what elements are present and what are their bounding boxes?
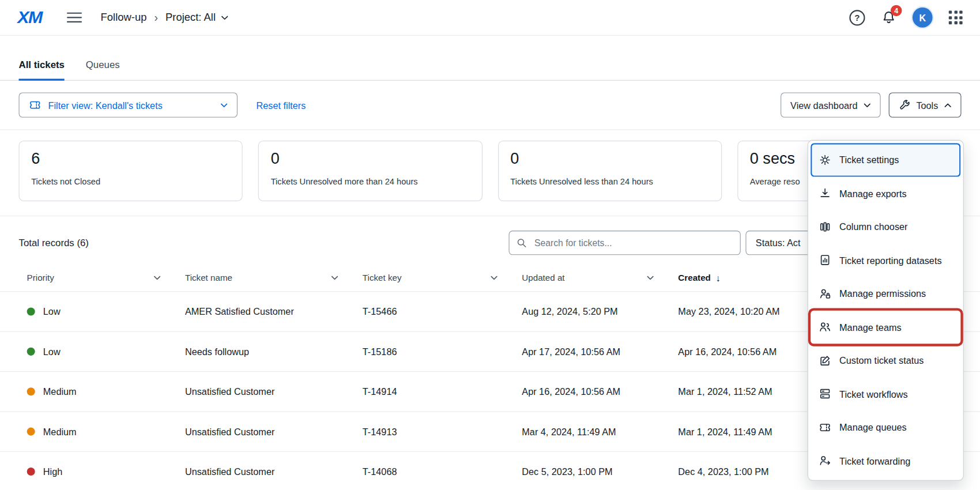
chevron-down-icon[interactable]: [491, 276, 497, 280]
column-label: Ticket key: [363, 273, 402, 282]
updated-at-cell: Apr 16, 2024, 10:56 AM: [514, 386, 670, 397]
menu-item-ticket-settings[interactable]: Ticket settings: [811, 143, 960, 176]
chevron-down-icon[interactable]: [154, 276, 161, 280]
created-cell: Apr 16, 2024, 10:56 AM: [670, 346, 820, 357]
wrench-icon: [899, 99, 910, 111]
breadcrumb: Follow-up › Project: All: [101, 11, 228, 24]
tab-all-tickets[interactable]: All tickets: [19, 59, 65, 80]
column-header-created[interactable]: Created ↓: [670, 272, 820, 282]
priority-value: Low: [43, 346, 61, 357]
stat-label: Tickets not Closed: [31, 177, 230, 186]
priority-dot: [27, 307, 35, 315]
menu-item-manage-exports[interactable]: Manage exports: [811, 176, 960, 210]
menu-item-label: Custom ticket status: [839, 355, 924, 365]
report-chart-icon: [819, 254, 831, 266]
ticket-key-cell: T-14913: [355, 426, 514, 436]
columns-icon: [819, 220, 831, 233]
menu-item-ticket-reporting-datasets[interactable]: Ticket reporting datasets: [811, 243, 960, 277]
priority-dot: [27, 348, 35, 356]
breadcrumb-separator-icon: ›: [154, 11, 158, 24]
ticket-icon: [29, 99, 42, 111]
chevron-down-icon: [221, 103, 228, 107]
priority-dot: [27, 387, 35, 395]
apps-grid-icon[interactable]: [949, 10, 963, 24]
menu-item-custom-ticket-status[interactable]: Custom ticket status: [811, 344, 960, 377]
tabs-bar: All tickets Queues: [0, 59, 980, 81]
view-dashboard-button[interactable]: View dashboard: [781, 92, 881, 117]
ticket-key-cell: T-14914: [355, 386, 514, 397]
breadcrumb-project-label: Project: All: [165, 12, 216, 24]
filter-bar: Filter view: Kendall's tickets Reset fil…: [0, 81, 980, 130]
priority-value: High: [43, 466, 62, 476]
column-header-priority[interactable]: Priority: [19, 273, 177, 282]
priority-dot: [27, 428, 35, 436]
menu-item-manage-teams[interactable]: Manage teams: [811, 310, 960, 344]
stat-card-unresolved-less-24h: 0 Tickets Unresolved less than 24 hours: [498, 141, 722, 201]
column-label: Ticket name: [185, 273, 232, 282]
menu-item-manage-queues[interactable]: Manage queues: [811, 410, 960, 444]
priority-dot: [27, 467, 35, 475]
topbar-actions: ? 4 K: [849, 7, 962, 28]
chevron-down-icon[interactable]: [331, 276, 338, 280]
chevron-up-icon: [944, 103, 951, 107]
stat-card-unresolved-more-24h: 0 Tickets Unresolved more than 24 hours: [258, 141, 482, 201]
filter-view-dropdown[interactable]: Filter view: Kendall's tickets: [19, 92, 238, 117]
menu-item-label: Ticket reporting datasets: [839, 255, 941, 265]
sort-descending-icon: ↓: [716, 272, 721, 282]
ticket-key-cell: T-15466: [355, 306, 514, 316]
menu-item-label: Ticket forwarding: [839, 455, 910, 466]
reset-filters-link[interactable]: Reset filters: [257, 100, 306, 110]
filter-view-label: Filter view: Kendall's tickets: [48, 100, 162, 110]
person-arrow-icon: [819, 454, 831, 467]
stat-value: 0: [510, 149, 709, 167]
avatar[interactable]: K: [913, 7, 933, 28]
tab-queues[interactable]: Queues: [86, 59, 120, 80]
search-input[interactable]: [509, 231, 741, 255]
edit-icon: [819, 354, 831, 367]
priority-value: Medium: [43, 386, 77, 397]
workflow-icon: [819, 387, 831, 400]
tools-button[interactable]: Tools: [889, 92, 962, 117]
breadcrumb-section[interactable]: Follow-up: [101, 12, 147, 24]
column-header-updated-at[interactable]: Updated at: [514, 273, 670, 282]
tools-dropdown-menu: Ticket settings Manage exports Column ch…: [808, 140, 964, 481]
menu-item-label: Column chooser: [839, 221, 907, 232]
xm-logo[interactable]: XM: [17, 7, 42, 28]
ticket-key-cell: T-14068: [355, 466, 514, 476]
hamburger-menu-icon[interactable]: [67, 12, 82, 22]
ticket-search: [509, 231, 741, 255]
menu-item-column-chooser[interactable]: Column chooser: [811, 210, 960, 243]
help-icon[interactable]: ?: [849, 10, 865, 25]
column-header-ticket-name[interactable]: Ticket name: [177, 273, 355, 282]
ticket-key-cell: T-15186: [355, 346, 514, 357]
menu-item-ticket-workflows[interactable]: Ticket workflows: [811, 377, 960, 410]
priority-value: Low: [43, 306, 61, 316]
column-label: Created: [678, 273, 711, 282]
updated-at-cell: Dec 5, 2023, 1:00 PM: [514, 466, 670, 476]
view-dashboard-label: View dashboard: [790, 100, 857, 110]
updated-at-cell: Mar 4, 2024, 11:49 AM: [514, 426, 670, 436]
created-cell: Dec 4, 2023, 1:00 PM: [670, 466, 820, 476]
top-bar: XM Follow-up › Project: All ? 4 K: [0, 0, 980, 36]
ticket-name-cell: Unsatisfied Customer: [177, 426, 355, 436]
updated-at-cell: Apr 17, 2024, 10:56 AM: [514, 346, 670, 357]
menu-item-label: Ticket workflows: [839, 389, 908, 399]
column-header-ticket-key[interactable]: Ticket key: [355, 273, 514, 282]
total-records-label: Total records (6): [19, 237, 89, 248]
stat-value: 0: [271, 149, 470, 167]
menu-item-manage-permissions[interactable]: Manage permissions: [811, 277, 960, 310]
breadcrumb-project-dropdown[interactable]: Project: All: [165, 12, 228, 24]
menu-item-ticket-forwarding[interactable]: Ticket forwarding: [811, 444, 960, 477]
created-cell: Mar 1, 2024, 11:49 AM: [670, 426, 820, 436]
menu-item-label: Ticket settings: [839, 154, 899, 165]
ticketing-page: XM Follow-up › Project: All ? 4 K: [0, 0, 980, 490]
chevron-down-icon[interactable]: [647, 276, 654, 280]
stat-label: Tickets Unresolved more than 24 hours: [271, 177, 470, 186]
ticket-name-cell: Unsatisfied Customer: [177, 386, 355, 397]
stat-label: Tickets Unresolved less than 24 hours: [510, 177, 709, 186]
person-lock-icon: [819, 287, 831, 300]
tools-label: Tools: [916, 100, 938, 110]
search-icon: [517, 237, 528, 248]
notifications-button[interactable]: 4: [881, 10, 896, 25]
status-filter-label: Status: Act: [756, 238, 801, 248]
